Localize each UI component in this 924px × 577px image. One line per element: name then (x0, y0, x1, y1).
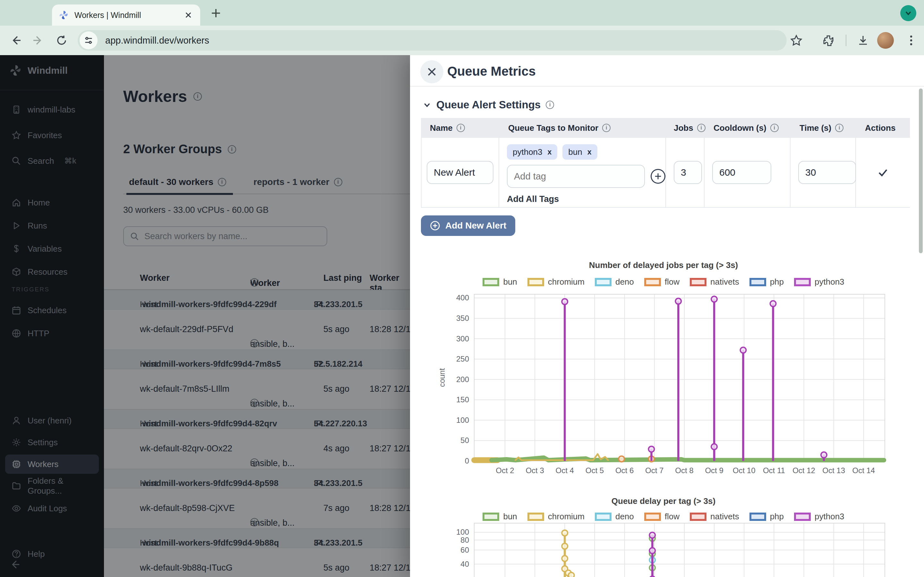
toolbar-divider (846, 35, 846, 46)
remove-tag-icon[interactable]: x (548, 148, 552, 156)
svg-text:Oct 7: Oct 7 (645, 466, 664, 475)
legend-label: php (770, 277, 784, 287)
legend-swatch (644, 278, 661, 286)
svg-text:count: count (438, 368, 446, 387)
legend-label: flow (665, 277, 680, 287)
col-jobs: Jobs (666, 118, 704, 138)
svg-text:400: 400 (456, 293, 469, 302)
legend-swatch (595, 278, 612, 286)
section-info-icon[interactable] (546, 101, 554, 109)
url-bar[interactable]: app.windmill.dev/workers (78, 30, 787, 51)
time-info-icon[interactable] (835, 124, 843, 132)
time-input[interactable] (798, 161, 856, 184)
close-panel-button[interactable] (420, 60, 443, 83)
alert-settings-table: Name Queue Tags to Monitor Jobs Cooldown… (421, 118, 910, 208)
tag-label: bun (568, 147, 582, 157)
circle-plus-icon (430, 221, 440, 231)
browser-toolbar: app.windmill.dev/workers (0, 26, 924, 55)
svg-text:100: 100 (456, 416, 469, 424)
alert-tags-cell: python3xbunx Add All Tags (499, 138, 666, 207)
alert-cooldown-cell (704, 138, 790, 207)
chevron-down-icon (423, 101, 431, 109)
svg-text:Oct 4: Oct 4 (556, 466, 574, 475)
add-new-alert-button[interactable]: Add New Alert (421, 215, 515, 236)
site-settings-icon[interactable] (79, 31, 97, 49)
svg-text:Oct 12: Oct 12 (792, 466, 815, 475)
svg-text:Oct 11: Oct 11 (763, 466, 785, 475)
extensions-icon[interactable] (822, 34, 835, 47)
panel-scrollbar-thumb[interactable] (919, 89, 923, 253)
cooldown-input[interactable] (712, 161, 771, 184)
delayed-jobs-chart: Oct 2Oct 3Oct 4Oct 5Oct 6Oct 7Oct 8Oct 9… (436, 288, 891, 480)
forward-button[interactable] (32, 35, 44, 46)
tab-close-icon[interactable] (183, 10, 194, 21)
cooldown-info-icon[interactable] (771, 124, 779, 132)
svg-text:40: 40 (460, 560, 469, 568)
queue-alert-settings-section[interactable]: Queue Alert Settings (423, 99, 554, 111)
name-info-icon[interactable] (457, 124, 465, 132)
chart1-legend: bunchromiumdenoflownativetsphppython3 (436, 277, 891, 287)
alert-name-input[interactable] (427, 161, 493, 184)
windmill-favicon-icon (58, 10, 69, 20)
bookmark-star-icon[interactable] (790, 34, 803, 47)
legend-swatch (527, 278, 544, 286)
close-icon (427, 67, 437, 77)
add-all-tags-button[interactable]: Add All Tags (507, 194, 666, 204)
queue-delay-chart: Oct 2Oct 3Oct 4Oct 5Oct 6Oct 7Oct 8Oct 9… (436, 519, 891, 577)
menu-dots-icon[interactable] (905, 34, 918, 47)
jobs-input[interactable] (674, 161, 702, 184)
chart1-title: Number of delayed jobs per tag (> 3s) (436, 260, 891, 270)
svg-text:250: 250 (456, 355, 469, 363)
legend-swatch (750, 278, 766, 286)
legend-swatch (690, 278, 706, 286)
alert-jobs-cell (666, 138, 704, 207)
jobs-info-icon[interactable] (697, 124, 706, 132)
svg-text:Oct 10: Oct 10 (733, 466, 756, 475)
legend-label: nativets (710, 277, 739, 287)
chevron-down-badge[interactable] (900, 5, 916, 21)
legend-item-php: php (750, 277, 784, 287)
tags-info-icon[interactable] (602, 124, 611, 132)
profile-avatar[interactable] (877, 32, 894, 49)
legend-item-chromium: chromium (527, 277, 585, 287)
svg-text:100: 100 (456, 528, 469, 536)
svg-text:350: 350 (456, 314, 469, 322)
download-icon[interactable] (857, 34, 869, 47)
svg-text:80: 80 (460, 536, 469, 544)
svg-text:Oct 8: Oct 8 (675, 466, 693, 475)
chevron-down-icon (905, 9, 912, 17)
panel-header-divider (410, 86, 924, 87)
svg-text:Oct 5: Oct 5 (586, 466, 604, 475)
add-tag-plus-button[interactable] (651, 169, 666, 184)
chart2-title: Queue delay per tag (> 3s) (436, 496, 891, 506)
browser-tabstrip: Workers | Windmill (0, 0, 924, 26)
plus-icon (654, 173, 662, 180)
alert-row: python3xbunx Add All Tags (421, 138, 910, 208)
url-text: app.windmill.dev/workers (105, 35, 209, 46)
tab-title: Workers | Windmill (74, 11, 183, 20)
svg-text:Oct 2: Oct 2 (496, 466, 514, 475)
back-button[interactable] (10, 35, 22, 46)
section-label: Queue Alert Settings (436, 99, 541, 111)
screen: Workers | Windmill app.windmill.dev/work… (0, 0, 924, 577)
svg-text:200: 200 (456, 375, 469, 384)
remove-tag-icon[interactable]: x (588, 148, 591, 156)
confirm-check-icon[interactable] (877, 167, 888, 178)
add-tag-input[interactable] (507, 165, 645, 188)
col-time: Time (s) (790, 118, 856, 138)
legend-item-flow: flow (644, 277, 680, 287)
alert-table-header: Name Queue Tags to Monitor Jobs Cooldown… (421, 118, 910, 138)
new-tab-button[interactable] (210, 8, 221, 19)
svg-text:Oct 14: Oct 14 (853, 466, 875, 475)
tag-pill-python3: python3x (507, 144, 557, 160)
browser-tab[interactable]: Workers | Windmill (52, 5, 200, 26)
add-new-alert-label: Add New Alert (445, 221, 506, 231)
svg-text:300: 300 (456, 334, 469, 343)
legend-item-nativets: nativets (690, 277, 739, 287)
col-queue-tags: Queue Tags to Monitor (499, 118, 666, 138)
col-name: Name (421, 118, 499, 138)
svg-text:Oct 9: Oct 9 (705, 466, 723, 475)
tag-label: python3 (513, 147, 543, 157)
svg-text:50: 50 (460, 436, 469, 445)
reload-button[interactable] (56, 35, 67, 46)
